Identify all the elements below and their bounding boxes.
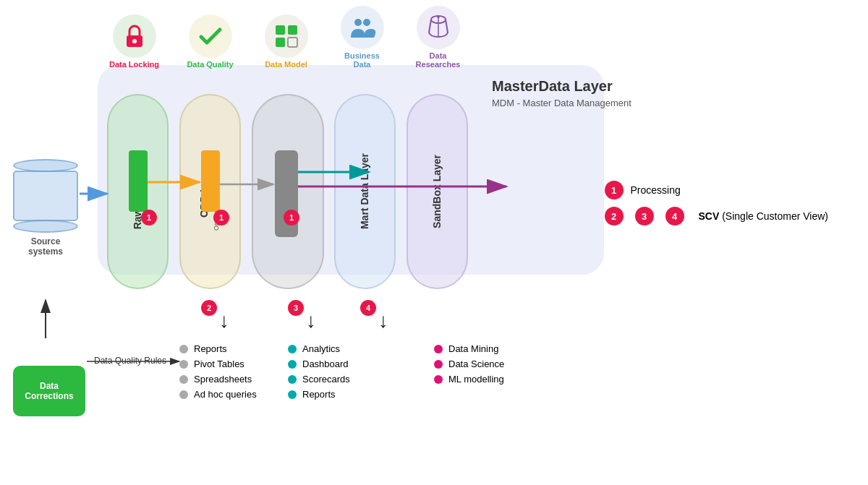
data-model-label: Data Model — [265, 60, 307, 69]
list-item-reports: Reports — [179, 343, 257, 354]
svg-point-6 — [354, 19, 362, 26]
capsule-mart: Mart Data Layer — [334, 94, 396, 289]
dot-scorecards — [288, 375, 297, 384]
svg-point-10 — [437, 15, 440, 18]
cylinder-body — [13, 171, 78, 221]
data-corrections-box: Data Corrections — [13, 366, 85, 416]
legend: 1 Processing 2 3 4 SCV (Single Customer … — [605, 181, 828, 233]
svg-rect-5 — [288, 38, 297, 47]
spreadsheets-label: Spreadsheets — [194, 374, 252, 385]
icon-data-researches: Data Researches — [411, 6, 465, 69]
list-item-ml: ML modelling — [434, 374, 504, 385]
dot-spreadsheets — [179, 375, 188, 384]
step-badge-3: 3 — [288, 300, 304, 316]
step-badge-2: 2 — [201, 300, 217, 316]
analytics-label: Analytics — [302, 343, 340, 354]
dqr-label: Data Quality Rules — [94, 356, 166, 366]
icon-data-locking: Data Locking — [107, 14, 161, 69]
down-arrow-3: ↓ — [306, 309, 316, 332]
list-item-adhoc: Ad hoc queries — [179, 389, 257, 400]
dot-pivot — [179, 360, 188, 369]
dot-reports2 — [288, 390, 297, 399]
dot-adhoc — [179, 390, 188, 399]
ml-label: ML modelling — [448, 374, 504, 385]
svg-rect-3 — [288, 25, 297, 35]
dot-dashboard — [288, 360, 297, 369]
reports2-label: Reports — [302, 389, 336, 400]
data-quality-label: Data Quality — [187, 60, 233, 69]
badge-3: 3 — [635, 207, 654, 226]
list-item-analytics: Analytics — [288, 343, 350, 354]
legend-processing: 1 Processing — [605, 181, 828, 199]
list-item-dashboard: Dashboard — [288, 359, 350, 369]
scv-label: SCV (Single Customer View) — [699, 210, 828, 222]
svg-point-1 — [132, 39, 137, 43]
svg-rect-4 — [276, 38, 285, 47]
sandbox-label: SandBox Layer — [431, 155, 443, 228]
dot-science — [434, 360, 443, 369]
list-item-pivot: Pivot Tables — [179, 359, 257, 369]
data-researches-label: Data Researches — [411, 51, 465, 69]
scorecards-label: Scorecards — [302, 374, 350, 385]
svg-point-7 — [363, 19, 370, 26]
proc-green-block — [129, 150, 148, 212]
source-cylinder: Source systems — [13, 159, 78, 257]
list-item-reports2: Reports — [288, 389, 350, 400]
mart-label: Mart Data Layer — [359, 153, 371, 229]
step-badge-1c: 1 — [284, 210, 299, 226]
science-label: Data Science — [448, 359, 504, 369]
mart-output-list: Data Mining Data Science ML modelling — [434, 343, 504, 389]
dashboard-label: Dashboard — [302, 359, 349, 369]
down-arrow-2: ↓ — [219, 309, 229, 332]
svg-rect-2 — [276, 25, 285, 35]
proc-orange-block — [201, 150, 220, 212]
top-icons: Data Locking Data Quality Data Model — [107, 6, 465, 69]
badge-2: 2 — [605, 207, 624, 226]
processing-label: Processing — [631, 184, 681, 196]
dot-mining — [434, 345, 443, 353]
step-badge-4: 4 — [360, 300, 376, 316]
mining-label: Data Mining — [448, 343, 498, 354]
business-data-label: Business Data — [335, 51, 389, 69]
list-item-spreadsheets: Spreadsheets — [179, 374, 257, 385]
masterdata-layer-title: MasterData Layer — [492, 78, 613, 95]
diagram: Data Locking Data Quality Data Model — [0, 0, 868, 485]
adhoc-label: Ad hoc queries — [194, 389, 257, 400]
dot-analytics — [288, 345, 297, 353]
reports-label: Reports — [194, 343, 227, 354]
list-item-scorecards: Scorecards — [288, 374, 350, 385]
list-item-science: Data Science — [434, 359, 504, 369]
capsule-sandbox: SandBox Layer — [407, 94, 468, 289]
icon-data-quality: Data Quality — [183, 14, 237, 69]
masterdata-layer-sub: MDM - Master Data Management — [492, 98, 631, 108]
legend-scv: 2 3 4 SCV (Single Customer View) — [605, 207, 828, 226]
icon-business-data: Business Data — [335, 6, 389, 69]
odd-output-list: Reports Pivot Tables Spreadsheets Ad hoc… — [179, 343, 257, 404]
step-badge-1a: 1 — [141, 210, 157, 226]
list-item-mining: Data Mining — [434, 343, 504, 354]
dot-reports — [179, 345, 188, 353]
source-label: Source systems — [13, 236, 78, 257]
badge-4: 4 — [665, 207, 684, 226]
data-locking-label: Data Locking — [109, 60, 159, 69]
dinds-output-list: Analytics Dashboard Scorecards Reports — [288, 343, 350, 404]
badge-group-234: 2 3 4 — [605, 207, 692, 226]
icon-data-model: Data Model — [259, 14, 313, 69]
down-arrow-4: ↓ — [378, 309, 388, 332]
pivot-label: Pivot Tables — [194, 359, 244, 369]
cylinder-bottom — [13, 220, 78, 233]
step-badge-1b: 1 — [213, 210, 229, 226]
badge-1: 1 — [605, 181, 624, 199]
dot-ml — [434, 375, 443, 384]
